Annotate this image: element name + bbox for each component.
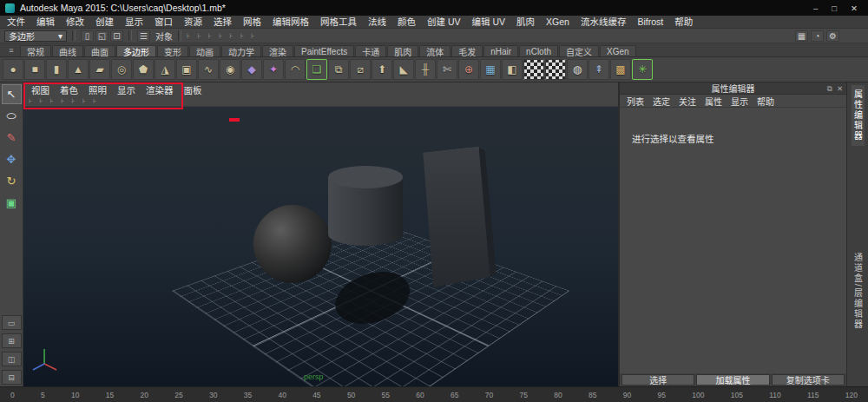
menu-item[interactable]: 网格工具 bbox=[320, 16, 357, 29]
bevel-icon[interactable]: ◣ bbox=[393, 59, 414, 80]
menu-item[interactable]: XGen bbox=[546, 16, 569, 29]
sidebar-tab-attribute-editor[interactable]: 属性编辑器 bbox=[852, 85, 865, 146]
shelf-tab[interactable]: 卡通 bbox=[355, 45, 386, 56]
viewport-menu-item[interactable]: 渲染器 bbox=[146, 83, 174, 96]
menu-item[interactable]: 编辑 bbox=[36, 16, 55, 29]
shelf-tab[interactable]: PaintEffects bbox=[294, 45, 354, 56]
menu-item[interactable]: 显示 bbox=[125, 16, 143, 29]
pop-out-icon[interactable]: ⧉ bbox=[827, 82, 832, 95]
menu-item[interactable]: 法线 bbox=[368, 16, 386, 29]
viewport-menu-item[interactable]: 照明 bbox=[89, 83, 107, 96]
poly-cube-object[interactable] bbox=[423, 147, 490, 287]
single-pane-layout[interactable]: ▭ bbox=[2, 315, 22, 330]
shelf-tab[interactable]: 常规 bbox=[20, 45, 51, 56]
persp-outliner-layout[interactable]: ◫ bbox=[2, 352, 22, 366]
checker-map-icon[interactable] bbox=[523, 59, 544, 80]
four-pane-layout[interactable]: ⊞ bbox=[2, 333, 22, 348]
poly-cylinder-top[interactable] bbox=[328, 166, 403, 188]
attribute-editor-menu-item[interactable]: 列表 bbox=[627, 95, 644, 108]
xgen-description-icon[interactable]: ✳ bbox=[632, 59, 653, 80]
poly-helix-icon[interactable]: ∿ bbox=[198, 59, 219, 80]
poly-cylinder-icon[interactable]: ▮ bbox=[46, 59, 67, 80]
shelf-tab[interactable]: 动画 bbox=[189, 45, 220, 56]
viewport-toolbar-ticks[interactable]: ⊦ ⊦ ⊦ ⊦ ⊦ ⊦ ⊦ bbox=[23, 96, 618, 107]
viewport-canvas[interactable]: persp bbox=[23, 107, 618, 386]
shelf-tab[interactable]: nCloth bbox=[519, 45, 558, 56]
shelf-tab[interactable]: nHair bbox=[483, 45, 518, 56]
maximize-button[interactable]: □ bbox=[832, 3, 837, 13]
menu-item[interactable]: 窗口 bbox=[155, 16, 173, 29]
menu-item[interactable]: 选择 bbox=[214, 16, 232, 29]
target-weld-icon[interactable]: ⊕ bbox=[458, 59, 479, 80]
poly-prism-icon[interactable]: ⬟ bbox=[133, 59, 154, 80]
ipr-render-icon[interactable]: ◔ bbox=[811, 30, 824, 42]
smooth-mesh-icon[interactable]: ◠ bbox=[285, 59, 306, 80]
menu-item[interactable]: 编辑 UV bbox=[472, 16, 506, 29]
shelf-tab[interactable]: 肌肉 bbox=[387, 45, 418, 56]
move-tool[interactable]: ✥ bbox=[2, 149, 22, 169]
quad-draw-icon[interactable]: ▦ bbox=[480, 59, 501, 80]
platonic-solids-icon[interactable]: ◆ bbox=[241, 59, 262, 80]
menu-item[interactable]: 资源 bbox=[184, 16, 202, 29]
attribute-editor-menu-item[interactable]: 显示 bbox=[731, 95, 748, 108]
shelf-tab[interactable]: 毛发 bbox=[451, 45, 483, 56]
separate-icon[interactable]: ⧄ bbox=[350, 59, 371, 80]
multi-cut-icon[interactable]: ✄ bbox=[437, 59, 457, 80]
attribute-editor-menu-item[interactable]: 关注 bbox=[679, 95, 696, 108]
menu-item[interactable]: Bifrost bbox=[637, 16, 663, 29]
rotate-tool[interactable]: ↻ bbox=[2, 171, 22, 191]
menu-item[interactable]: 帮助 bbox=[674, 16, 693, 29]
attribute-editor-header[interactable]: 属性编辑器 ⧉✕ bbox=[620, 82, 846, 95]
shelf-tab[interactable]: 曲线 bbox=[52, 45, 83, 56]
lasso-select-tool[interactable]: ⬭ bbox=[2, 106, 22, 126]
attribute-editor-menu-item[interactable]: 帮助 bbox=[757, 95, 774, 108]
shelf-options-icon[interactable]: ≡ bbox=[3, 46, 19, 55]
normals-display-icon[interactable]: ⇞ bbox=[589, 59, 609, 80]
menu-item[interactable]: 文件 bbox=[7, 16, 25, 29]
poly-sphere-icon[interactable]: ● bbox=[3, 59, 23, 80]
menu-item[interactable]: 编辑网格 bbox=[273, 16, 309, 29]
minimize-button[interactable]: – bbox=[813, 3, 818, 13]
shelf-tab[interactable]: 动力学 bbox=[221, 45, 261, 56]
select-button[interactable]: 选择 bbox=[621, 374, 694, 386]
menu-item[interactable]: 肌肉 bbox=[516, 16, 535, 29]
hypershade-persp-layout[interactable]: ⊟ bbox=[2, 370, 22, 385]
shelf-tab[interactable]: 曲面 bbox=[84, 45, 115, 56]
sidebar-tab-channel-box[interactable]: 通道盒/层编辑器 bbox=[852, 248, 865, 334]
copy-tab-button[interactable]: 复制选项卡 bbox=[772, 374, 845, 386]
paint-select-tool[interactable]: ✎ bbox=[2, 128, 22, 148]
menu-item[interactable]: 创建 UV bbox=[427, 16, 461, 29]
menu-item[interactable]: 颜色 bbox=[398, 16, 416, 29]
collapsed-section-ticks[interactable]: ⊦ ⊦ ⊦ ⊦ ⊦ ⊦ ⊦ bbox=[187, 32, 257, 40]
selection-mask-icon[interactable]: ☰ bbox=[137, 30, 150, 42]
shelf-tab[interactable]: 自定义 bbox=[559, 45, 599, 56]
scale-tool[interactable]: ▣ bbox=[2, 193, 22, 213]
menu-set-dropdown[interactable]: 多边形 ▾ bbox=[4, 30, 67, 42]
sculpt-tool-icon[interactable]: ✦ bbox=[263, 59, 284, 80]
combine-icon[interactable]: ⧉ bbox=[328, 59, 349, 80]
render-settings-icon[interactable]: ⚙ bbox=[826, 30, 839, 42]
menu-item[interactable]: 流水线缓存 bbox=[581, 16, 627, 29]
open-scene-icon[interactable]: ◱ bbox=[95, 30, 108, 42]
shelf-tab[interactable]: XGen bbox=[600, 45, 636, 56]
color-sets-icon[interactable]: ▩ bbox=[610, 59, 631, 80]
menu-item[interactable]: 创建 bbox=[95, 16, 114, 29]
bridge-icon[interactable]: ╫ bbox=[415, 59, 436, 80]
poly-sphere-object[interactable] bbox=[253, 205, 332, 283]
shelf-tab[interactable]: 渲染 bbox=[262, 45, 293, 56]
poly-soccer-ball-icon[interactable]: ◉ bbox=[220, 59, 240, 80]
checker-sphere-icon[interactable]: ◍ bbox=[567, 59, 588, 80]
viewport-menu-item[interactable]: 着色 bbox=[60, 83, 78, 96]
menu-item[interactable]: 修改 bbox=[66, 16, 84, 29]
attribute-editor-menu-item[interactable]: 选定 bbox=[653, 95, 670, 108]
load-attributes-button[interactable]: 加载属性 bbox=[696, 374, 769, 386]
close-button[interactable]: ✕ bbox=[851, 3, 858, 13]
poly-pyramid-icon[interactable]: ◮ bbox=[155, 59, 175, 80]
poly-plane-icon[interactable]: ▰ bbox=[89, 59, 110, 80]
edit-mesh-icon[interactable]: ❏ bbox=[306, 59, 327, 80]
attribute-editor-menu-item[interactable]: 属性 bbox=[705, 95, 722, 108]
select-tool[interactable]: ↖ bbox=[2, 84, 22, 104]
poly-cone-icon[interactable]: ▲ bbox=[68, 59, 89, 80]
new-scene-icon[interactable]: ▯ bbox=[81, 30, 94, 42]
viewport-menu-item[interactable]: 视图 bbox=[31, 83, 49, 96]
